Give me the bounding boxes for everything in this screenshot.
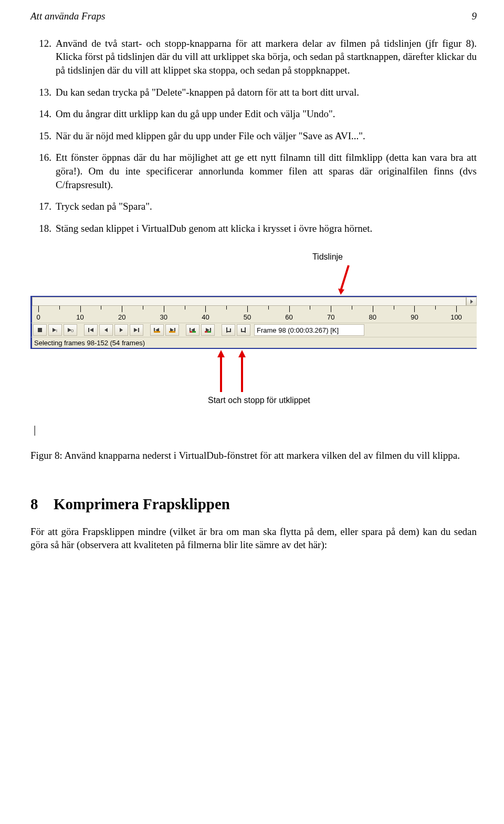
- svg-marker-32: [238, 350, 246, 357]
- mark-out-button[interactable]: [237, 324, 250, 336]
- frame-info-field[interactable]: Frame 98 (0:00:03.267) [K]: [254, 324, 364, 336]
- ruler-tick-label: 30: [160, 313, 167, 322]
- list-text: Ett fönster öppnas där du har möjlighet …: [56, 151, 477, 191]
- annotation-top-label: Tidslinje: [30, 251, 477, 263]
- ruler-tick-label: 70: [327, 313, 334, 322]
- annotation-bottom: Start och stopp för utklippet: [30, 349, 477, 397]
- ruler-tick: [247, 306, 248, 312]
- ruler-tick-label: 20: [118, 313, 125, 322]
- ruler-tick: [122, 306, 122, 312]
- mark-in-button[interactable]: [222, 324, 235, 336]
- ruler-minor-tick: [310, 306, 310, 310]
- list-number: 15.: [30, 129, 56, 143]
- list-item: 16. Ett fönster öppnas där du har möjlig…: [30, 151, 477, 191]
- list-item: 13. Du kan sedan trycka på "Delete"-knap…: [30, 86, 477, 99]
- ruler-minor-tick: [394, 306, 394, 310]
- header-title: Att använda Fraps: [30, 9, 106, 23]
- ruler-tick: [38, 306, 39, 312]
- ruler-tick-label: 10: [76, 313, 83, 322]
- ruler-tick-label: 60: [285, 313, 292, 322]
- list-number: 17.: [30, 200, 56, 213]
- list-number: 12.: [30, 37, 56, 77]
- ruler-tick: [80, 306, 81, 312]
- next-keyframe-button[interactable]: [165, 324, 179, 336]
- svg-rect-22: [192, 331, 196, 333]
- list-number: 16.: [30, 151, 56, 191]
- status-text: Selecting frames 98-152 (54 frames): [34, 338, 145, 348]
- annotation-top-arrow: [30, 264, 477, 296]
- step-back-button[interactable]: [99, 324, 113, 336]
- svg-rect-2: [38, 328, 42, 332]
- arrow-icon: [214, 349, 228, 394]
- figure-8: Tidslinje 0102030405060708090100 I O: [30, 251, 477, 437]
- list-item: 18. Stäng sedan klippet i VirtualDub gen…: [30, 222, 477, 235]
- svg-marker-1: [338, 289, 344, 295]
- svg-text:I: I: [56, 329, 57, 333]
- ruler-tick: [164, 306, 164, 312]
- section-heading: 8Komprimera Frapsklippen: [30, 494, 477, 514]
- svg-marker-10: [120, 328, 123, 332]
- ruler-tick: [289, 306, 290, 312]
- scroll-right-button[interactable]: [466, 297, 477, 306]
- ruler-tick-label: 80: [369, 313, 376, 322]
- ruler-tick-label: 0: [36, 313, 40, 322]
- section-title: Komprimera Frapsklippen: [54, 496, 230, 512]
- prev-scene-button[interactable]: [186, 324, 200, 336]
- svg-rect-21: [190, 331, 192, 333]
- list-number: 14.: [30, 107, 56, 121]
- svg-rect-12: [138, 328, 139, 332]
- timeline-ruler[interactable]: 0102030405060708090100: [30, 306, 477, 323]
- timeline-toolbar: I O: [30, 323, 477, 337]
- ruler-tick-label: 40: [202, 313, 209, 322]
- ruler-tick: [414, 306, 415, 312]
- svg-rect-15: [154, 331, 160, 333]
- arrow-icon: [235, 349, 249, 394]
- next-scene-button[interactable]: [201, 324, 215, 336]
- horizontal-scrollbar[interactable]: [30, 296, 477, 306]
- svg-rect-18: [169, 331, 175, 333]
- svg-rect-7: [88, 328, 89, 332]
- play-output-button[interactable]: O: [64, 324, 77, 336]
- ruler-minor-tick: [268, 306, 269, 310]
- ruler-minor-tick: [352, 306, 352, 310]
- list-item: 17. Tryck sedan på "Spara".: [30, 200, 477, 213]
- svg-line-0: [341, 265, 349, 291]
- text-caret: |: [34, 421, 477, 437]
- frame-info-text: Frame 98 (0:00:03.267) [K]: [257, 326, 339, 335]
- header-page-number: 9: [472, 9, 477, 23]
- figure-caption: Figur 8: Använd knapparna nederst i Virt…: [30, 449, 477, 462]
- list-text: Använd de två start- och stopp-knapparna…: [56, 37, 477, 77]
- scrollbar-track[interactable]: [32, 297, 466, 306]
- ruler-minor-tick: [226, 306, 227, 310]
- svg-marker-30: [217, 350, 225, 357]
- ruler-tick: [205, 306, 206, 312]
- list-text: Du kan sedan trycka på "Delete"-knappen …: [56, 86, 477, 99]
- section-number: 8: [30, 494, 54, 514]
- status-bar: Selecting frames 98-152 (54 frames): [30, 337, 477, 349]
- ruler-tick: [373, 306, 373, 312]
- svg-marker-9: [104, 328, 108, 332]
- page-header: Att använda Fraps 9: [30, 9, 477, 23]
- prev-keyframe-button[interactable]: [150, 324, 164, 336]
- ruler-minor-tick: [59, 306, 60, 310]
- go-start-button[interactable]: [84, 324, 98, 336]
- svg-marker-11: [134, 328, 138, 332]
- svg-rect-28: [245, 327, 246, 333]
- svg-rect-27: [226, 327, 227, 333]
- ruler-minor-tick: [101, 306, 101, 310]
- step-forward-button[interactable]: [114, 324, 128, 336]
- chevron-right-icon: [470, 300, 473, 304]
- stop-button[interactable]: [33, 324, 47, 336]
- list-text: När du är nöjd med klippen går du upp un…: [56, 129, 477, 143]
- svg-rect-26: [207, 331, 211, 333]
- ruler-tick: [456, 306, 457, 312]
- ruler-minor-tick: [435, 306, 436, 310]
- ruler-tick-label: 100: [450, 313, 462, 322]
- svg-marker-3: [52, 328, 56, 332]
- svg-rect-25: [205, 331, 207, 333]
- list-number: 18.: [30, 222, 56, 235]
- ruler-minor-tick: [143, 306, 143, 310]
- play-input-button[interactable]: I: [48, 324, 62, 336]
- go-end-button[interactable]: [130, 324, 143, 336]
- annotation-bottom-label: Start och stopp för utklippet: [208, 395, 310, 406]
